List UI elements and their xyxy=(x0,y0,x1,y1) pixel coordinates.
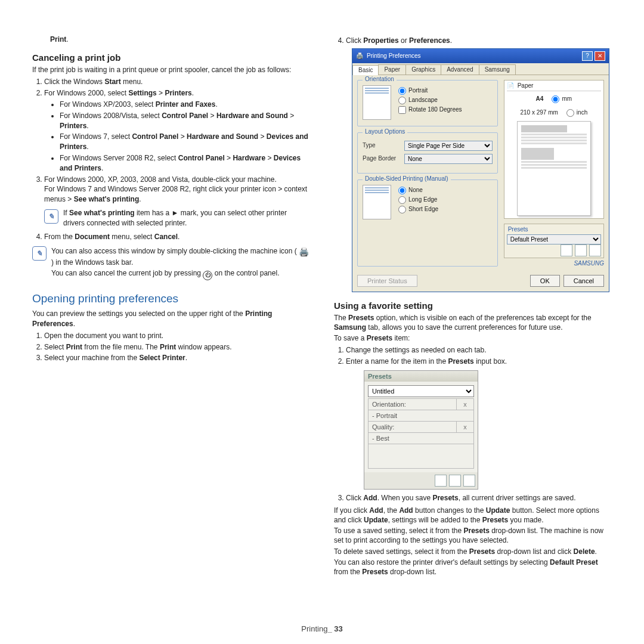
dialog-title: Printing Preferences xyxy=(367,53,421,59)
heading-favorite: Using a favorite setting xyxy=(334,301,612,311)
step: Open the document you want to print. xyxy=(44,331,310,341)
step: For Windows 2000, XP, 2003, 2008 and Vis… xyxy=(44,175,310,228)
note-icon: ✎ xyxy=(32,246,47,261)
para: To use a saved setting, select it from t… xyxy=(334,526,612,545)
border-select[interactable]: None xyxy=(404,154,493,164)
note-icon: ✎ xyxy=(44,209,58,224)
paper-preview: 📄Paper A4 mm 210 x 297 mm inch xyxy=(504,80,604,219)
page-thumb-icon xyxy=(363,85,391,120)
step: Change the settings as needed on each ta… xyxy=(346,345,612,355)
radio-portrait[interactable]: Portrait xyxy=(398,87,462,95)
step: Click Properties or Preferences. xyxy=(346,36,612,46)
layout-group: Layout Options TypeSingle Page Per Side … xyxy=(357,132,498,174)
note-body: You can also access this window by simpl… xyxy=(51,245,310,281)
tab-strip: Basic Paper Graphics Advanced Samsung xyxy=(352,64,609,75)
preset-action-icon[interactable] xyxy=(575,244,587,256)
preset-name-select[interactable]: Untitled xyxy=(368,385,474,397)
remove-icon[interactable]: x xyxy=(457,398,474,410)
stop-icon: ⏻ xyxy=(203,271,212,280)
fav-intro: The Presets option, which is visible on … xyxy=(334,313,612,332)
tab-basic[interactable]: Basic xyxy=(352,65,379,75)
radio-long-edge[interactable]: Long Edge xyxy=(398,196,438,204)
step: Click the Windows Start menu. xyxy=(44,77,310,87)
tab-paper[interactable]: Paper xyxy=(378,64,406,75)
radio-short-edge[interactable]: Short Edge xyxy=(398,206,438,213)
page-footer: Printing_ 33 xyxy=(0,624,644,633)
printer-icon: 🖨️ xyxy=(356,53,363,59)
preset-select[interactable]: Default Preset xyxy=(507,234,601,244)
close-button[interactable]: ✕ xyxy=(595,51,605,61)
preset-action-icon[interactable] xyxy=(561,244,572,256)
tab-samsung[interactable]: Samsung xyxy=(479,64,516,75)
heading-open-prefs: Opening printing preferences xyxy=(32,292,310,305)
para: You can also restore the printer driver'… xyxy=(334,558,612,577)
cancel-intro: If the print job is waiting in a print q… xyxy=(32,65,310,75)
radio-landscape[interactable]: Landscape xyxy=(398,97,462,104)
checkbox-rotate[interactable]: Rotate 180 Degrees xyxy=(398,106,462,114)
radio-inch[interactable]: inch xyxy=(566,109,587,117)
step: From the Document menu, select Cancel. xyxy=(44,232,310,242)
step: Enter a name for the item in the Presets… xyxy=(346,357,612,367)
open-intro: You can preview the settings you selecte… xyxy=(32,309,310,328)
page-thumb-icon xyxy=(363,185,391,219)
fav-save: To save a Presets item: xyxy=(334,333,612,343)
printer-status-button[interactable]: Printer Status xyxy=(357,275,417,287)
duplex-group: Double-Sided Printing (Manual) None Long… xyxy=(357,179,498,267)
cancel-button[interactable]: Cancel xyxy=(564,275,604,287)
presets-panel: Presets Default Preset xyxy=(504,224,604,258)
samsung-logo: SAMSUNG xyxy=(504,261,604,267)
mini-action-icon[interactable] xyxy=(435,475,447,487)
para: To delete saved settings, select it from… xyxy=(334,547,612,556)
step: Click Add. When you save Presets, all cu… xyxy=(346,493,612,503)
paper-icon: 📄 xyxy=(507,83,514,89)
sheet-preview-icon xyxy=(517,121,591,216)
print-label: Print xyxy=(50,35,66,44)
type-select[interactable]: Single Page Per Side xyxy=(404,141,493,151)
preset-action-icon[interactable] xyxy=(589,244,601,256)
heading-cancel: Canceling a print job xyxy=(32,52,310,63)
help-button[interactable]: ? xyxy=(582,51,593,61)
step: Select your machine from the Select Prin… xyxy=(44,353,310,363)
mini-action-icon[interactable] xyxy=(449,475,461,487)
para: If you click Add, the Add button changes… xyxy=(334,506,612,525)
step: For Windows 2000, select Settings > Prin… xyxy=(44,88,310,173)
radio-none[interactable]: None xyxy=(398,187,438,194)
orientation-group: Orientation Portrait Landscape Rotate 18… xyxy=(357,80,498,126)
radio-mm[interactable]: mm xyxy=(552,95,572,103)
printing-preferences-dialog: 🖨️ Printing Preferences ? ✕ Basic Paper … xyxy=(352,48,609,292)
remove-icon[interactable]: x xyxy=(457,421,474,432)
printer-icon: 🖨️ xyxy=(299,246,309,258)
step: Select Print from the file menu. The Pri… xyxy=(44,342,310,352)
mini-action-icon[interactable] xyxy=(463,475,475,487)
ok-button[interactable]: OK xyxy=(530,275,560,287)
tab-advanced[interactable]: Advanced xyxy=(441,64,479,75)
tab-graphics[interactable]: Graphics xyxy=(405,64,441,75)
presets-mini-panel: Presets Untitled Orientation:x - Portrai… xyxy=(364,370,478,490)
